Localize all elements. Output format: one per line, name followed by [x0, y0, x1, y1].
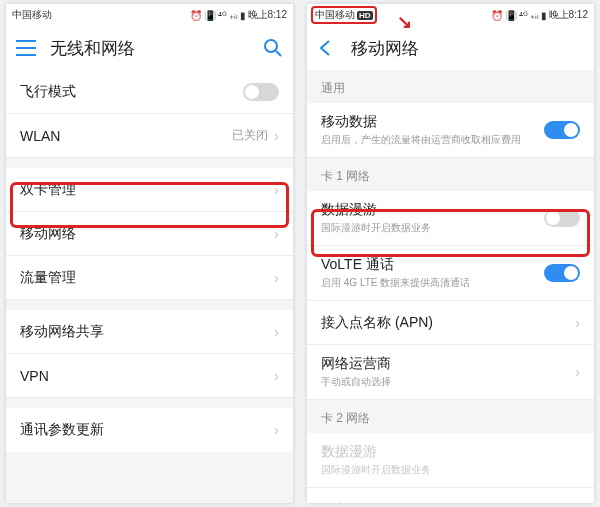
row-params[interactable]: 通讯参数更新 › [6, 408, 293, 452]
row-sub: 国际漫游时开启数据业务 [321, 221, 544, 235]
row-operator-1[interactable]: 网络运营商 手动或自动选择 › [307, 345, 594, 400]
section-general: 通用 [307, 70, 594, 103]
header: 移动网络 [307, 26, 594, 70]
row-title: 数据漫游 [321, 443, 580, 461]
section-sim1: 卡 1 网络 [307, 158, 594, 191]
chevron-right-icon: › [575, 315, 580, 331]
row-roaming-1[interactable]: 数据漫游 国际漫游时开启数据业务 [307, 191, 594, 246]
vibrate-icon: 📳 [505, 10, 517, 21]
wlan-state: 已关闭 [232, 127, 268, 144]
row-title: 移动网络 [20, 225, 274, 243]
arrow-annotation-icon: ↘ [397, 11, 412, 33]
vibrate-icon: 📳 [204, 10, 216, 21]
roaming-1-switch[interactable] [544, 209, 580, 227]
alarm-icon: ⏰ [491, 10, 503, 21]
hd-badge-icon: HD [357, 11, 373, 20]
carrier-label: 中国移动 [315, 8, 355, 22]
chevron-right-icon: › [274, 422, 279, 438]
chevron-right-icon: › [274, 226, 279, 242]
row-title: 移动数据 [321, 113, 544, 131]
row-title: 流量管理 [20, 269, 274, 287]
svg-point-0 [265, 40, 277, 52]
row-volte[interactable]: VoLTE 通话 启用 4G LTE 数据来提供高清通话 [307, 246, 594, 301]
row-title: 移动网络共享 [20, 323, 274, 341]
phone-right: ↘ 中国移动 HD ⏰ 📳 ⁴ᴳ ₊ᵢₗ ▮ 晚上8:12 移动网络 通用 移动… [307, 4, 594, 503]
chevron-right-icon: › [274, 368, 279, 384]
row-mobile-network[interactable]: 移动网络 › [6, 212, 293, 256]
clock-label: 晚上8:12 [549, 8, 588, 22]
signal-4g-icon: ⁴ᴳ [519, 10, 528, 21]
signal-4g-icon: ⁴ᴳ [218, 10, 227, 21]
battery-icon: ▮ [541, 10, 547, 21]
signal-bars-icon: ₊ᵢₗ [530, 10, 539, 21]
row-vpn[interactable]: VPN › [6, 354, 293, 398]
search-icon[interactable] [263, 38, 283, 58]
row-apn-1[interactable]: 接入点名称 (APN) › [307, 301, 594, 345]
row-dualsim[interactable]: 双卡管理 › [6, 168, 293, 212]
row-title: 双卡管理 [20, 181, 274, 199]
page-title: 移动网络 [351, 37, 419, 60]
chevron-right-icon: › [274, 270, 279, 286]
row-title: VPN [20, 368, 274, 384]
back-icon[interactable] [317, 40, 337, 56]
carrier-label: 中国移动 [12, 8, 52, 22]
status-bar: 中国移动 ⏰ 📳 ⁴ᴳ ₊ᵢₗ ▮ 晚上8:12 [6, 4, 293, 26]
row-title: 飞行模式 [20, 83, 243, 101]
row-title: 接入点名称 (APN) [321, 314, 575, 332]
airplane-switch[interactable] [243, 83, 279, 101]
row-title: 接入点名称 (APN) [321, 501, 580, 504]
row-sub: 启用后，产生的流量将由运营商收取相应费用 [321, 133, 544, 147]
settings-list: 通用 移动数据 启用后，产生的流量将由运营商收取相应费用 卡 1 网络 数据漫游… [307, 70, 594, 503]
row-mobile-data[interactable]: 移动数据 启用后，产生的流量将由运营商收取相应费用 [307, 103, 594, 158]
chevron-right-icon: › [274, 128, 279, 144]
settings-list: 飞行模式 WLAN 已关闭 › 双卡管理 › 移动网络 › 流量管理 › 移动网… [6, 70, 293, 503]
row-title: 网络运营商 [321, 355, 575, 373]
row-sub: 手动或自动选择 [321, 375, 575, 389]
row-title: WLAN [20, 128, 232, 144]
row-sub: 国际漫游时开启数据业务 [321, 463, 580, 477]
row-sub: 启用 4G LTE 数据来提供高清通话 [321, 276, 544, 290]
chevron-right-icon: › [274, 324, 279, 340]
highlight-carrier: 中国移动 HD [311, 6, 377, 24]
page-title: 无线和网络 [50, 37, 135, 60]
row-title: 通讯参数更新 [20, 421, 274, 439]
menu-icon[interactable] [16, 40, 36, 56]
chevron-right-icon: › [575, 364, 580, 380]
alarm-icon: ⏰ [190, 10, 202, 21]
row-traffic[interactable]: 流量管理 › [6, 256, 293, 300]
clock-label: 晚上8:12 [248, 8, 287, 22]
section-sim2: 卡 2 网络 [307, 400, 594, 433]
row-title: 数据漫游 [321, 201, 544, 219]
status-bar: 中国移动 HD ⏰ 📳 ⁴ᴳ ₊ᵢₗ ▮ 晚上8:12 [307, 4, 594, 26]
battery-icon: ▮ [240, 10, 246, 21]
mobile-data-switch[interactable] [544, 121, 580, 139]
row-title: VoLTE 通话 [321, 256, 544, 274]
volte-switch[interactable] [544, 264, 580, 282]
row-wlan[interactable]: WLAN 已关闭 › [6, 114, 293, 158]
header: 无线和网络 [6, 26, 293, 70]
chevron-right-icon: › [274, 182, 279, 198]
row-airplane[interactable]: 飞行模式 [6, 70, 293, 114]
row-tether[interactable]: 移动网络共享 › [6, 310, 293, 354]
phone-left: 中国移动 ⏰ 📳 ⁴ᴳ ₊ᵢₗ ▮ 晚上8:12 无线和网络 飞行模式 WLAN… [6, 4, 293, 503]
signal-bars-icon: ₊ᵢₗ [229, 10, 238, 21]
row-roaming-2: 数据漫游 国际漫游时开启数据业务 [307, 433, 594, 488]
row-apn-2: 接入点名称 (APN) [307, 488, 594, 503]
